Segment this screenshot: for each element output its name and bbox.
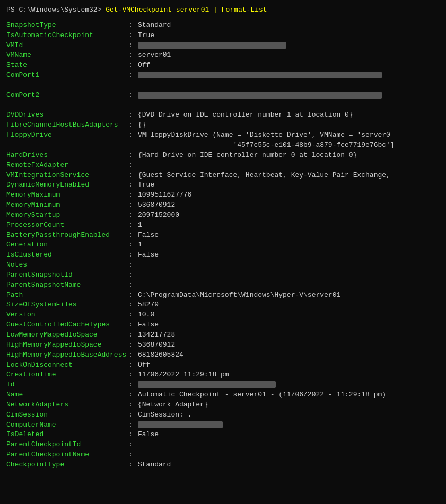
colon-separator: :: [128, 130, 138, 151]
colon-separator: :: [128, 440, 138, 450]
property-value: 536870912: [138, 340, 440, 350]
colon-separator: :: [128, 420, 138, 430]
colon-separator: :: [128, 430, 138, 440]
property-value: server01: [138, 50, 440, 60]
property-value: ████████████████████: [138, 420, 440, 430]
table-row: ComPort2:████████████████████: [6, 91, 440, 101]
colon-separator: :: [128, 380, 138, 390]
colon-separator: :: [128, 250, 138, 260]
table-row: CreationTime:11/06/2022 11:29:18 pm: [6, 370, 440, 380]
property-value: ████████████████████: [138, 91, 440, 101]
property-key: HighMemoryMappedIoBaseAddress: [6, 350, 128, 360]
colon-separator: :: [128, 340, 138, 350]
property-key: Name: [6, 390, 128, 400]
table-row: SizeOfSystemFiles:58279: [6, 300, 440, 310]
colon-separator: :: [128, 270, 138, 280]
property-value: [138, 270, 440, 280]
property-key: ParentSnapshotName: [6, 280, 128, 290]
colon-separator: :: [128, 350, 138, 360]
property-value: 536870912: [138, 200, 440, 210]
colon-separator: :: [128, 200, 138, 210]
prompt-command: Get-VMCheckpoint server01 | Format-List: [106, 6, 267, 14]
colon-separator: :: [128, 410, 138, 420]
property-value: VMFloppyDiskDrive (Name = 'Diskette Driv…: [138, 130, 440, 151]
property-key: LockOnDisconnect: [6, 360, 128, 370]
property-value: True: [138, 180, 440, 190]
table-row: CheckpointType:Standard: [6, 460, 440, 470]
colon-separator: :: [128, 70, 138, 81]
colon-separator: :: [128, 171, 138, 181]
table-row: Name:Automatic Checkpoint - server01 - (…: [6, 390, 440, 400]
property-value: {Guest Service Interface, Heartbeat, Key…: [138, 171, 440, 181]
property-value: [138, 440, 440, 450]
table-row: VMIntegrationService:{Guest Service Inte…: [6, 171, 440, 181]
property-key: NetworkAdapters: [6, 400, 128, 410]
property-key: Version: [6, 310, 128, 320]
property-value: Standard: [138, 21, 440, 31]
colon-separator: :: [128, 280, 138, 290]
table-row: ParentSnapshotId:: [6, 270, 440, 280]
table-row: IsClustered:False: [6, 250, 440, 260]
property-key: FibreChannelHostBusAdapters: [6, 120, 128, 130]
property-value: False: [138, 250, 440, 260]
colon-separator: :: [128, 151, 138, 161]
property-key: CreationTime: [6, 370, 128, 380]
table-row: ComputerName:████████████████████: [6, 420, 440, 430]
property-value: 1: [138, 220, 440, 231]
colon-separator: :: [128, 240, 138, 250]
property-value: Standard: [138, 460, 440, 470]
property-key: Path: [6, 290, 128, 300]
property-key: IsClustered: [6, 250, 128, 260]
table-row: MemoryMinimum:536870912: [6, 200, 440, 210]
property-value: Off: [138, 360, 440, 370]
property-key: VMId: [6, 41, 128, 51]
table-row: ParentCheckpointId:: [6, 440, 440, 450]
property-value: ████████████████████: [138, 70, 440, 81]
property-value: {}: [138, 120, 440, 130]
colon-separator: :: [128, 91, 138, 101]
property-key: RemoteFxAdapter: [6, 161, 128, 171]
property-key: SnapshotType: [6, 21, 128, 31]
property-value: [138, 450, 440, 460]
prompt-line: PS C:\Windows\System32> Get-VMCheckpoint…: [6, 5, 440, 15]
property-value: 1099511627776: [138, 190, 440, 200]
property-value: 134217728: [138, 330, 440, 340]
property-key: FloppyDrive: [6, 130, 128, 151]
table-row: State:Off: [6, 60, 440, 70]
property-value: ████████████████████: [138, 41, 440, 51]
table-row: BatteryPassthroughEnabled:False: [6, 231, 440, 241]
property-key: ParentSnapshotId: [6, 270, 128, 280]
property-key: ComPort1: [6, 70, 128, 81]
colon-separator: :: [128, 231, 138, 241]
property-key: MemoryStartup: [6, 210, 128, 220]
table-row: RemoteFxAdapter:: [6, 161, 440, 171]
table-row: HardDrives:{Hard Drive on IDE controller…: [6, 151, 440, 161]
property-value: Automatic Checkpoint - server01 - (11/06…: [138, 390, 440, 400]
property-key: DynamicMemoryEnabled: [6, 180, 128, 190]
table-row: ProcessorCount:1: [6, 220, 440, 231]
property-value: {Hard Drive on IDE controller number 0 a…: [138, 151, 440, 161]
property-value: 10.0: [138, 310, 440, 320]
table-row: FloppyDrive:VMFloppyDiskDrive (Name = 'D…: [6, 130, 440, 151]
table-row: ParentSnapshotName:: [6, 280, 440, 290]
property-value: True: [138, 31, 440, 41]
colon-separator: :: [128, 320, 138, 330]
property-value: False: [138, 320, 440, 330]
table-row: LowMemoryMappedIoSpace:134217728: [6, 330, 440, 340]
prompt-prefix: PS C:\Windows\System32>: [6, 6, 106, 14]
property-key: ParentCheckpointId: [6, 440, 128, 450]
colon-separator: :: [128, 210, 138, 220]
colon-separator: :: [128, 220, 138, 231]
property-key: State: [6, 60, 128, 70]
colon-separator: :: [128, 161, 138, 171]
property-value: [138, 280, 440, 290]
property-key: IsAutomaticCheckpoint: [6, 31, 128, 41]
property-value: 11/06/2022 11:29:18 pm: [138, 370, 440, 380]
colon-separator: :: [128, 330, 138, 340]
colon-separator: :: [128, 290, 138, 300]
colon-separator: :: [128, 260, 138, 270]
property-key: DVDDrives: [6, 110, 128, 120]
property-key: Id: [6, 380, 128, 390]
table-row: Notes:: [6, 260, 440, 270]
table-row: MemoryMaximum:1099511627776: [6, 190, 440, 200]
